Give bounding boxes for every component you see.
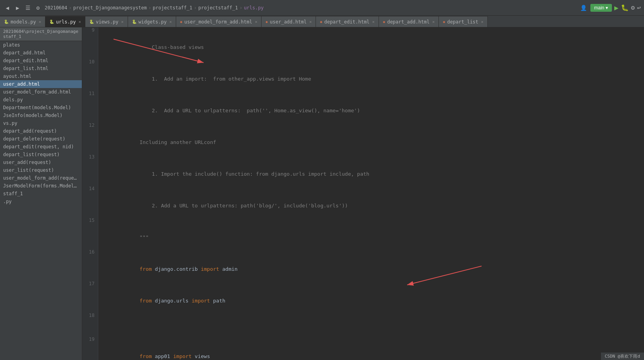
py-icon: 🐍 [49, 20, 54, 24]
sidebar-item-vs-py[interactable]: vs.py [0, 119, 82, 127]
line-14: 14 2. Add a URL to urlpatterns: path('bl… [82, 186, 644, 218]
sidebar-item-user-add[interactable]: user_add.html [0, 80, 82, 88]
sidebar-item-layout[interactable]: ayout.html [0, 72, 82, 80]
toolbar: ◀ ▶ ☰ ⚙ 20210604 › project_Djangomanages… [0, 0, 644, 16]
line-17: 17 from django.urls import path [82, 281, 644, 313]
line-15: 15 """ [82, 218, 644, 249]
tab-user-model-form-add-html[interactable]: ◈ user_model_form_add.html ✕ [176, 16, 262, 27]
nav-back-icon[interactable]: ◀ [3, 4, 12, 12]
sidebar-item-depart-edit-req[interactable]: depart_edit(request, nid) [0, 143, 82, 151]
tab-views-py[interactable]: 🐍 views.py ✕ [85, 16, 128, 27]
tab-bar: 🐍 models.py ✕ 🐍 urls.py ✕ 🐍 views.py ✕ 🐍… [0, 16, 644, 27]
line-number: 19 [82, 337, 98, 360]
breadcrumb-root[interactable]: 20210604 [45, 5, 67, 11]
editor: 9 Class-based views 10 1. Add an import:… [82, 27, 644, 360]
line-12: 12 Including another URLconf [82, 122, 644, 154]
line-number: 11 [82, 91, 98, 122]
breadcrumb-project[interactable]: project_Djangomanagesystem [73, 5, 147, 11]
revert-button[interactable]: ↩ [637, 4, 641, 11]
tab-label: depart_edit.html [324, 19, 370, 25]
line-number: 12 [82, 122, 98, 154]
tab-label: user_model_form_add.html [184, 19, 252, 25]
run-button[interactable]: ▶ [614, 4, 619, 12]
fold-icon [139, 67, 144, 75]
sidebar-item-jseinfo-model[interactable]: JseInfo(models.Model) [0, 112, 82, 119]
line-number: 9 [82, 27, 98, 59]
tab-close[interactable]: ✕ [170, 20, 172, 24]
html-icon: ◈ [443, 20, 445, 24]
sidebar-item-depart-add-req[interactable]: depart_add(request) [0, 127, 82, 135]
tab-models-py[interactable]: 🐍 models.py ✕ [0, 16, 45, 27]
tab-depart-edit-html[interactable]: ◈ depart_edit.html ✕ [316, 16, 379, 27]
tab-depart-add-html[interactable]: ◈ depart_add.html ✕ [379, 16, 439, 27]
sidebar-item-user-list-req[interactable]: user_list(request) [0, 166, 82, 174]
sidebar-item-department-model[interactable]: Department(models.Model) [0, 104, 82, 112]
tab-label: views.py [96, 19, 119, 25]
tab-label: depart_list [447, 19, 478, 25]
tab-urls-py[interactable]: 🐍 urls.py ✕ [45, 16, 85, 27]
toolbar-right: 👤 main ▾ ▶ 🐛 ⚙ ↩ [579, 4, 641, 12]
settings-icon[interactable]: ⚙ [34, 4, 42, 12]
tab-label: depart_add.html [387, 19, 429, 25]
tab-close[interactable]: ✕ [372, 20, 375, 24]
breadcrumb-dir2[interactable]: projectstaff_1 [198, 5, 238, 11]
sidebar-item-depart-list[interactable]: depart_list.html [0, 65, 82, 72]
tab-close[interactable]: ✕ [432, 20, 435, 24]
sidebar-item-usermodelform[interactable]: JserModelForm(forms.ModelFor [0, 182, 82, 190]
sidebar-item-plates[interactable]: plates [0, 41, 82, 49]
line-9: 9 Class-based views [82, 27, 644, 59]
settings-button[interactable]: ⚙ [631, 4, 635, 11]
tab-widgets-py[interactable]: 🐍 widgets.py ✕ [128, 16, 176, 27]
line-content: from django.urls import path [98, 281, 644, 313]
tab-close[interactable]: ✕ [39, 20, 41, 24]
branch-button[interactable]: main ▾ [590, 4, 612, 12]
breadcrumb-dir1[interactable]: projectstaff_1 [153, 5, 192, 11]
line-10: 10 1. Add an import: from other_app.view… [82, 59, 644, 91]
tab-label: urls.py [56, 19, 76, 25]
line-11: 11 2. Add a URL to urlpatterns: path('',… [82, 91, 644, 122]
sidebar-item-depart-list-req[interactable]: depart_list(request) [0, 151, 82, 158]
sidebar-item-py[interactable]: .py [0, 198, 82, 205]
user-icon[interactable]: 👤 [579, 4, 588, 12]
sidebar-item-depart-delete-req[interactable]: depart_delete(request) [0, 135, 82, 143]
line-content: 2. Add a URL to urlpatterns: path('blog/… [98, 186, 644, 218]
bottom-bar: CSDN @喜欢下雨d [601, 352, 644, 360]
main-layout: 20210604\project_Djangomanagestaff_1 pla… [0, 27, 644, 360]
sidebar-item-dels-py[interactable]: dels.py [0, 96, 82, 104]
tab-label: widgets.py [139, 19, 167, 25]
sidebar-item-user-model-form-req[interactable]: user_model_form_add(request) [0, 174, 82, 182]
tab-close[interactable]: ✕ [309, 20, 312, 24]
line-19: 19 from app01 import views [82, 337, 644, 360]
line-content: Class-based views [98, 27, 644, 59]
html-icon: ◈ [320, 20, 322, 24]
tab-label: models.py [11, 19, 36, 25]
line-content: Including another URLconf [98, 122, 644, 154]
py-icon: 🐍 [4, 20, 9, 24]
tab-depart-list[interactable]: ◈ depart_list ✕ [439, 16, 488, 27]
breadcrumb-file[interactable]: urls.py [244, 5, 264, 11]
toolbar-icons: ◀ ▶ ☰ ⚙ [3, 4, 42, 12]
bottom-bar-label: CSDN @喜欢下雨d [605, 354, 640, 359]
sidebar-item-staff1[interactable]: staff_1 [0, 190, 82, 198]
tab-close[interactable]: ✕ [121, 20, 123, 24]
tab-close[interactable]: ✕ [481, 20, 483, 24]
sidebar-item-depart-add[interactable]: depart_add.html [0, 49, 82, 57]
sidebar-item-user-model-form-add[interactable]: user_model_form_add.html [0, 88, 82, 96]
tab-close[interactable]: ✕ [79, 20, 81, 24]
tab-user-add-html[interactable]: ◈ user_add.html ✕ [262, 16, 316, 27]
line-content: """ [98, 218, 644, 249]
sidebar-header: 20210604\project_Djangomanagestaff_1 [0, 27, 82, 41]
debug-button[interactable]: 🐛 [621, 4, 629, 11]
nav-forward-icon[interactable]: ▶ [13, 4, 22, 12]
sidebar-item-depart-edit[interactable]: depart_edit.html [0, 57, 82, 65]
fold-icon[interactable] [139, 36, 144, 43]
line-content: from app01 import views [98, 337, 644, 360]
tab-close[interactable]: ✕ [255, 20, 257, 24]
sidebar-item-user-add-req[interactable]: user_add(request) [0, 158, 82, 166]
html-icon: ◈ [180, 20, 182, 24]
line-number: 10 [82, 59, 98, 91]
html-icon: ◈ [265, 20, 268, 24]
line-content: 1. Import the include() function: from d… [98, 154, 644, 186]
line-number: 17 [82, 281, 98, 313]
structure-icon[interactable]: ☰ [23, 4, 32, 12]
